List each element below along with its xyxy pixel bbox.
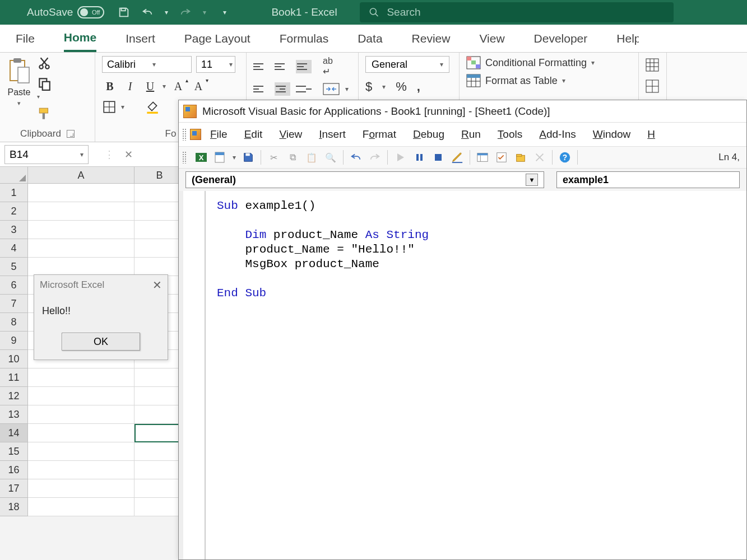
percent-icon[interactable]: % [396,80,407,94]
cell[interactable] [28,387,134,405]
borders-icon[interactable] [102,100,117,114]
cell[interactable] [28,202,134,221]
undo-icon[interactable] [141,6,154,18]
tab-view[interactable]: View [479,26,504,51]
menu-insert[interactable]: Insert [311,126,354,143]
cell[interactable] [134,387,185,405]
decrease-font-icon[interactable]: A▾ [191,78,206,94]
row-header[interactable]: 7 [0,295,28,313]
font-name-select[interactable]: Calibri▾ [102,56,192,73]
row-header[interactable]: 9 [0,332,28,350]
cell[interactable] [134,405,185,424]
undo-dropdown[interactable]: ▾ [165,8,168,16]
cell[interactable] [134,424,185,442]
menu-view[interactable]: View [271,126,310,143]
row-header[interactable]: 16 [0,461,28,479]
align-right-icon[interactable] [296,82,312,96]
row-header[interactable]: 14 [0,424,28,442]
menu-help[interactable]: H [639,126,663,143]
redo-icon[interactable] [179,6,192,18]
tab-data[interactable]: Data [358,26,382,51]
save-icon[interactable] [242,151,255,164]
wrap-text-icon[interactable]: ab↵ [323,56,333,77]
merge-dropdown[interactable]: ▾ [345,85,349,93]
paste-dropdown-icon[interactable]: ▾ [17,100,21,107]
cell[interactable] [28,498,134,516]
tab-developer[interactable]: Developer [534,26,588,51]
row-header[interactable]: 18 [0,498,28,516]
search-box[interactable] [360,2,674,22]
cell[interactable] [28,405,134,424]
tab-home[interactable]: Home [64,25,96,52]
ok-button[interactable]: OK [62,333,140,351]
select-all-corner[interactable] [0,167,28,184]
close-icon[interactable]: ✕ [152,278,162,292]
cell[interactable] [28,461,134,479]
vba-doc-icon[interactable] [190,129,201,140]
cell[interactable] [134,258,185,276]
row-header[interactable]: 12 [0,387,28,405]
merge-icon[interactable] [323,83,340,95]
copy-icon[interactable]: ▾ [37,76,52,101]
project-explorer-icon[interactable] [476,151,489,164]
cell[interactable] [134,221,185,239]
cell[interactable] [28,258,134,276]
menu-run[interactable]: Run [453,126,489,143]
bold-button[interactable]: B [102,78,118,94]
row-header[interactable]: 1 [0,184,28,202]
cell[interactable] [28,424,134,442]
autosave-toggle[interactable]: AutoSave Off [27,6,104,18]
cell[interactable] [28,239,134,258]
cell[interactable] [134,202,185,221]
align-left-icon[interactable] [253,82,269,96]
menu-edit[interactable]: Edit [236,126,271,143]
cell[interactable] [134,479,185,498]
tab-help[interactable]: Help [616,26,639,51]
row-header[interactable]: 3 [0,221,28,239]
code-editor[interactable]: Sub example1() Dim product_Name As Strin… [179,191,746,559]
cell[interactable] [28,479,134,498]
vba-titlebar[interactable]: Microsoft Visual Basic for Applications … [179,100,746,123]
menu-debug[interactable]: Debug [405,126,452,143]
design-mode-icon[interactable] [451,151,464,164]
stop-icon[interactable] [432,151,445,164]
tab-insert[interactable]: Insert [126,26,155,51]
row-header[interactable]: 5 [0,258,28,276]
cell[interactable] [134,184,185,202]
cell[interactable] [134,442,185,461]
tab-review[interactable]: Review [412,26,451,51]
conditional-formatting-button[interactable]: Conditional Formatting▾ [466,56,632,69]
font-size-select[interactable]: 11▾ [196,56,235,73]
format-painter-icon[interactable] [37,106,52,121]
underline-dropdown[interactable]: ▾ [163,82,166,90]
row-header[interactable]: 2 [0,202,28,221]
cell[interactable] [28,442,134,461]
name-box[interactable]: B14▾ [4,145,89,164]
view-excel-icon[interactable]: X [194,151,208,164]
menu-format[interactable]: Format [355,126,404,143]
borders-dropdown[interactable]: ▾ [121,103,124,111]
toggle-switch[interactable]: Off [77,6,104,18]
undo-icon[interactable] [349,151,363,164]
qat-customize[interactable]: ▾ [223,8,226,16]
row-header[interactable]: 8 [0,313,28,332]
col-header-a[interactable]: A [28,167,134,184]
align-bottom-icon[interactable] [296,60,312,73]
cell[interactable] [134,498,185,516]
paste-button[interactable]: Paste ▾ [7,56,31,121]
row-header[interactable]: 10 [0,350,28,368]
cut-icon[interactable] [37,56,52,71]
row-header[interactable]: 13 [0,405,28,424]
cell[interactable] [28,184,134,202]
currency-dropdown[interactable]: ▾ [382,83,386,91]
insert-module-dropdown[interactable]: ▾ [233,153,236,161]
clipboard-dialog-launcher[interactable] [67,130,75,138]
redo-dropdown[interactable]: ▾ [203,8,206,16]
menu-file[interactable]: File [202,126,235,143]
underline-button[interactable]: U [142,78,158,94]
format-as-table-button[interactable]: Format as Table▾ [466,74,632,87]
menu-tools[interactable]: Tools [490,126,530,143]
insert-cells-icon[interactable] [646,58,661,72]
menu-addins[interactable]: Add-Ins [531,126,584,143]
cell[interactable] [134,239,185,258]
